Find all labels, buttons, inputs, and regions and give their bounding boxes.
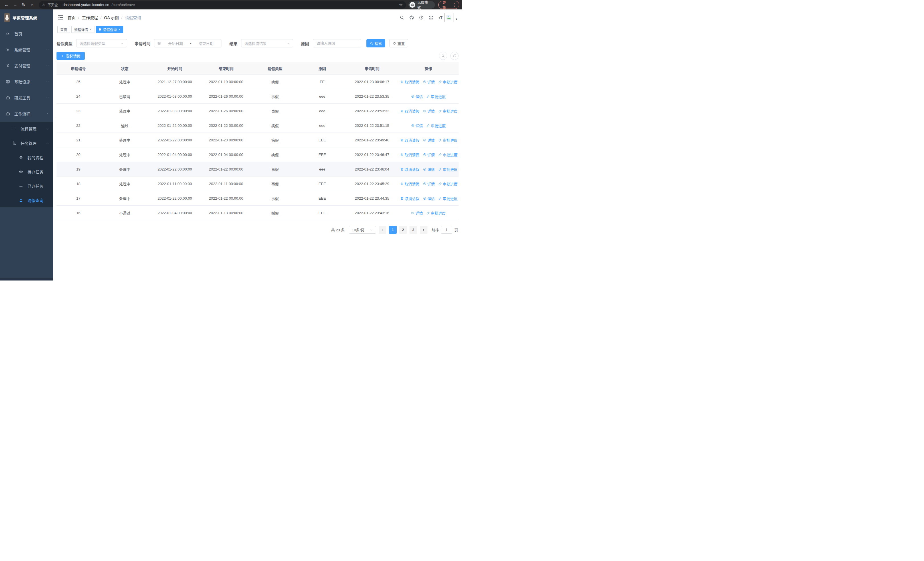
avatar-caret-icon[interactable]: ▼	[455, 18, 458, 21]
sidebar-item-yen[interactable]: 支付管理	[0, 58, 53, 74]
action-label: 取消请假	[405, 181, 420, 186]
page-button-2[interactable]: 2	[399, 226, 407, 234]
detail-action-link[interactable]: 详情	[411, 210, 423, 216]
tag-view-tab[interactable]: 请假查询×	[96, 26, 123, 33]
home-icon[interactable]: ⌂	[28, 1, 36, 9]
sidebar-item-eye-closed[interactable]: 已办任务	[0, 179, 53, 193]
goto-page-input[interactable]	[441, 226, 452, 234]
progress-action-link[interactable]: 审批进度	[438, 181, 458, 186]
cell-end_time: 2022-01-11 00:00:00	[200, 176, 252, 191]
sidebar-item-list[interactable]: 流程管理	[0, 122, 53, 136]
table-row[interactable]: 17处理中2022-01-22 00:00:002022-01-22 00:00…	[57, 191, 459, 206]
table-row[interactable]: 19处理中2022-01-22 00:00:002022-01-22 00:00…	[57, 162, 459, 176]
detail-action-link[interactable]: 详情	[423, 79, 435, 84]
refresh-table-button[interactable]	[450, 52, 459, 60]
reason-input[interactable]	[316, 41, 358, 46]
cancel-action-link[interactable]: 取消请假	[400, 79, 420, 84]
sidebar-item-dashboard[interactable]: 首页	[0, 26, 53, 42]
sidebar-item-briefcase[interactable]: 工作流程	[0, 106, 53, 122]
bookmark-star-icon[interactable]: ☆	[399, 2, 403, 8]
detail-action-link[interactable]: 详情	[411, 94, 423, 99]
table-row[interactable]: 25处理中2021-12-27 00:00:002022-01-19 00:00…	[57, 75, 459, 89]
table-row[interactable]: 21处理中2022-01-22 00:00:002022-01-23 00:00…	[57, 133, 459, 147]
cell-reason: EEE	[298, 176, 346, 191]
fullscreen-icon[interactable]	[429, 15, 434, 20]
page-button-3[interactable]: 3	[410, 226, 417, 234]
detail-action-link[interactable]: 详情	[423, 167, 435, 172]
breadcrumb-item: 请假查询	[125, 15, 141, 20]
sidebar-item-monitor[interactable]: 基础设施	[0, 74, 53, 90]
detail-action-link[interactable]: 详情	[411, 123, 423, 128]
avatar[interactable]	[444, 13, 453, 22]
table-row[interactable]: 16不通过2022-01-04 00:00:002022-01-13 00:00…	[57, 206, 459, 220]
table-row[interactable]: 18处理中2022-01-11 00:00:002022-01-11 00:00…	[57, 176, 459, 191]
cell-end_time: 2022-01-13 00:00:00	[200, 206, 252, 220]
detail-action-link[interactable]: 详情	[423, 181, 435, 186]
update-button[interactable]: 更新 ⋮	[438, 1, 459, 9]
progress-action-link[interactable]: 审批进度	[426, 123, 446, 128]
tag-view-tab[interactable]: 首页	[57, 26, 70, 33]
page-size-select[interactable]: 10条/页	[349, 226, 376, 234]
sidebar-item-user[interactable]: 请假查询	[0, 193, 53, 208]
sidebar-item-gear[interactable]: 系统管理	[0, 42, 53, 58]
github-icon[interactable]	[409, 15, 414, 20]
address-bar[interactable]: ⚠ 不安全 dashboard.yudao.iocoder.cn/bpm/oa/…	[39, 1, 406, 9]
cancel-action-link[interactable]: 取消请假	[400, 196, 420, 201]
cancel-action-link[interactable]: 取消请假	[400, 108, 420, 114]
result-select[interactable]: 请选择流结果	[241, 39, 293, 47]
cancel-action-link[interactable]: 取消请假	[400, 181, 420, 186]
cancel-action-link[interactable]: 取消请假	[400, 152, 420, 157]
toggle-search-button[interactable]	[439, 52, 447, 60]
cancel-action-link[interactable]: 取消请假	[400, 137, 420, 143]
progress-action-link[interactable]: 审批进度	[438, 152, 458, 157]
help-icon[interactable]	[419, 15, 424, 20]
table-row[interactable]: 23处理中2022-01-03 00:00:002022-01-26 00:00…	[57, 104, 459, 118]
leave-type-select[interactable]: 请选择请假类型	[76, 39, 127, 47]
progress-action-link[interactable]: 审批进度	[438, 196, 458, 201]
breadcrumb-item[interactable]: 首页	[68, 15, 76, 20]
progress-action-link[interactable]: 审批进度	[426, 210, 446, 216]
font-size-icon[interactable]: TT	[438, 15, 443, 20]
search-icon[interactable]	[399, 15, 404, 20]
progress-action-link[interactable]: 审批进度	[438, 137, 458, 143]
breadcrumb-item[interactable]: OA 示例	[104, 15, 119, 20]
action-label: 详情	[428, 79, 435, 84]
detail-action-link[interactable]: 详情	[423, 196, 435, 201]
table-row[interactable]: 24已取消2022-01-03 00:00:002022-01-26 00:00…	[57, 89, 459, 104]
create-leave-button[interactable]: 发起请假	[57, 52, 85, 60]
browser-menu-icon[interactable]: ⋮	[452, 3, 457, 7]
page-button-1[interactable]: 1	[389, 226, 397, 234]
progress-action-link[interactable]: 审批进度	[438, 79, 458, 84]
apply-time-range-picker[interactable]: 开始日期 - 结束日期	[154, 39, 222, 47]
detail-action-link[interactable]: 详情	[423, 137, 435, 143]
search-button[interactable]: 搜索	[366, 39, 385, 47]
table-row[interactable]: 20处理中2022-01-04 00:00:002022-01-04 00:00…	[57, 147, 459, 162]
reload-icon[interactable]: ↻	[20, 1, 27, 9]
reset-button[interactable]: 重置	[389, 39, 408, 47]
breadcrumb-item[interactable]: 工作流程	[82, 15, 98, 20]
sidebar-item-eye[interactable]: 待办任务	[0, 164, 53, 179]
progress-action-link[interactable]: 审批进度	[426, 94, 446, 99]
bullseye-icon	[411, 95, 415, 98]
progress-action-link[interactable]: 审批进度	[438, 167, 458, 172]
prev-page-button[interactable]	[379, 226, 386, 234]
next-page-button[interactable]	[420, 226, 428, 234]
logo[interactable]: 芋道管理系统	[0, 9, 53, 26]
tag-view-tab[interactable]: 流程详情×	[71, 26, 94, 33]
table-row[interactable]: 22通过2022-01-22 00:00:002022-01-22 00:00:…	[57, 118, 459, 133]
fold-menu-icon[interactable]	[57, 14, 64, 21]
back-icon[interactable]: ←	[3, 1, 10, 9]
forward-icon[interactable]: →	[11, 1, 19, 9]
detail-action-link[interactable]: 详情	[423, 152, 435, 157]
sidebar-item-toolbox[interactable]: 研发工具	[0, 90, 53, 106]
close-icon[interactable]: ×	[118, 27, 120, 32]
filter-form: 请假类型 请选择请假类型 申请时间 开始日期 - 结束日期 结果 请选择流结果	[57, 39, 462, 47]
detail-action-link[interactable]: 详情	[423, 108, 435, 114]
cell-end_time: 2022-01-26 00:00:00	[200, 89, 252, 104]
sidebar-item-tree[interactable]: 任务管理	[0, 136, 53, 150]
progress-action-link[interactable]: 审批进度	[438, 108, 458, 114]
sidebar-item-robot[interactable]: 我的流程	[0, 150, 53, 164]
cancel-action-link[interactable]: 取消请假	[400, 167, 420, 172]
action-label: 详情	[416, 94, 423, 99]
close-icon[interactable]: ×	[90, 27, 92, 32]
